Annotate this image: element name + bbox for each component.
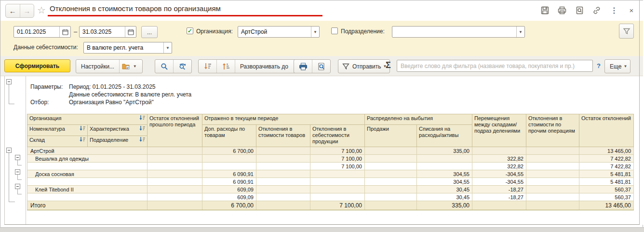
value-cell[interactable]: 6 090,91 (202, 170, 256, 178)
value-cell[interactable]: -304,55 (472, 178, 526, 186)
value-cell[interactable] (365, 193, 417, 201)
item-group-expander[interactable] (15, 184, 20, 189)
search-icon[interactable] (155, 60, 173, 73)
division-checkbox[interactable]: ✓ (331, 27, 338, 34)
value-cell[interactable]: 5 481,81 (579, 178, 634, 186)
value-cell[interactable] (472, 201, 526, 210)
more-actions-button[interactable]: Еще▼ (605, 60, 630, 73)
value-cell[interactable] (256, 193, 310, 201)
value-cell[interactable] (202, 163, 256, 170)
value-cell[interactable]: 560,37 (579, 186, 634, 193)
sort-icon[interactable] (139, 115, 146, 122)
value-cell[interactable]: 560,37 (579, 193, 634, 201)
value-cell[interactable] (256, 178, 310, 186)
col-header-warehouse[interactable]: Склад (27, 136, 88, 147)
row-name-cell[interactable] (27, 178, 148, 186)
value-cell[interactable]: 322,82 (472, 163, 526, 170)
value-cell[interactable] (148, 201, 202, 210)
value-cell[interactable] (310, 193, 365, 201)
col-header-balance-prev[interactable]: Остаток отклонений прошлого периода (148, 114, 202, 147)
row-name-cell[interactable]: Итого (27, 201, 148, 210)
save-icon[interactable] (540, 5, 550, 15)
chevron-down-icon[interactable]: ▼ (163, 42, 172, 53)
item-group-expander[interactable] (15, 155, 20, 160)
value-cell[interactable] (310, 170, 365, 178)
value-cell[interactable]: 13 465,00 (579, 147, 634, 155)
back-button[interactable]: ← (6, 4, 20, 17)
value-cell[interactable] (365, 186, 417, 193)
forward-button[interactable]: → (20, 4, 34, 17)
params-group-expander[interactable] (6, 79, 12, 84)
sort-icon[interactable] (79, 137, 86, 144)
filter-settings-button[interactable] (619, 24, 634, 39)
settings-button[interactable]: Настройки... (76, 60, 119, 73)
value-cell[interactable] (365, 178, 417, 186)
chevron-down-icon[interactable]: ▼ (516, 27, 524, 37)
col-header-balance-end[interactable]: Остаток отклонений (579, 114, 634, 147)
value-cell[interactable]: 13 465,00 (579, 201, 634, 210)
value-cell[interactable]: 7 100,00 (310, 163, 365, 170)
value-cell[interactable]: 7 100,00 (310, 155, 365, 163)
value-cell[interactable]: 322,82 (472, 155, 526, 163)
period-variants-button[interactable]: ... (141, 26, 158, 38)
value-cell[interactable] (365, 147, 417, 155)
organization-value[interactable]: АртСтрой (238, 28, 311, 35)
value-cell[interactable]: 6 090,91 (202, 178, 256, 186)
print-icon[interactable] (557, 5, 567, 15)
generate-button[interactable]: Сформировать (4, 59, 70, 72)
value-cell[interactable] (310, 178, 365, 186)
search-reset-icon[interactable] (173, 60, 191, 73)
col-header-sales[interactable]: Продажи (365, 125, 417, 147)
col-header-characteristic[interactable]: Характеристика (88, 125, 148, 136)
cost-data-value[interactable]: В валюте регл. учета (84, 44, 163, 51)
value-cell[interactable] (148, 170, 202, 178)
group-header-current-period[interactable]: Отражено в текущем периоде (202, 114, 365, 125)
organization-checkbox[interactable]: ✓ (187, 27, 193, 34)
value-cell[interactable]: 335,00 (417, 147, 472, 155)
more-menu-icon[interactable]: ⋮ (609, 5, 619, 15)
sort-icon[interactable] (79, 126, 86, 133)
value-cell[interactable]: 7 422,82 (579, 163, 634, 170)
value-cell[interactable] (256, 201, 310, 210)
calendar-icon[interactable] (125, 27, 136, 37)
cost-data-combo[interactable]: В валюте регл. учета ▼ (83, 42, 172, 54)
sort-icon[interactable] (139, 137, 146, 144)
value-cell[interactable] (526, 155, 579, 163)
value-cell[interactable] (256, 147, 310, 155)
value-cell[interactable]: 7 422,82 (579, 155, 634, 163)
value-cell[interactable]: 6 700,00 (202, 201, 256, 210)
value-cell[interactable] (365, 170, 417, 178)
value-cell[interactable] (148, 155, 202, 163)
org-group-expander[interactable] (6, 148, 12, 153)
sort-ascending-icon[interactable] (216, 60, 235, 73)
value-cell[interactable]: 609,09 (202, 193, 256, 201)
autosum-sigma-icon[interactable]: Σ (386, 60, 391, 70)
value-cell[interactable]: 304,55 (417, 170, 472, 178)
quick-filter-input[interactable] (397, 60, 593, 72)
row-name-cell[interactable]: АртСтрой (27, 147, 148, 155)
sort-icon[interactable] (139, 126, 146, 133)
period-from-field[interactable]: 01.01.2025 (13, 26, 71, 38)
period-to-field[interactable]: 31.03.2025 (79, 26, 136, 38)
value-cell[interactable] (256, 155, 310, 163)
col-header-nomenclature[interactable]: Номенклатура (27, 125, 88, 136)
value-cell[interactable]: 304,55 (417, 178, 472, 186)
organization-combo[interactable]: АртСтрой ▼ (238, 26, 320, 38)
close-icon[interactable]: × (627, 5, 636, 15)
get-link-icon[interactable] (592, 5, 602, 15)
print-table-icon[interactable] (294, 60, 312, 73)
period-from-value[interactable]: 01.01.2025 (14, 28, 59, 35)
col-header-division[interactable]: Подразделение (88, 136, 148, 147)
col-header-organization[interactable]: Организация (27, 114, 148, 125)
value-cell[interactable] (148, 163, 202, 170)
value-cell[interactable]: 335,00 (417, 201, 472, 210)
value-cell[interactable]: 7 100,00 (310, 147, 365, 155)
value-cell[interactable] (417, 163, 472, 170)
sort-descending-icon[interactable] (199, 60, 216, 73)
value-cell[interactable] (526, 201, 579, 210)
print-preview-icon[interactable] (575, 5, 584, 15)
send-button[interactable]: Отправить▼ (338, 60, 389, 73)
division-combo[interactable]: ▼ (392, 26, 525, 38)
col-header-dev-other[interactable]: Отклонения в стоимости по прочим операци… (526, 114, 579, 147)
value-cell[interactable] (256, 186, 310, 193)
